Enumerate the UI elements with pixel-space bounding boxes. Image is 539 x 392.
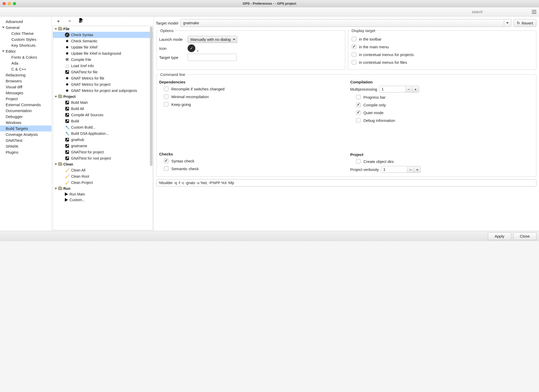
sidebar-item[interactable]: Browsers	[0, 78, 51, 84]
dependency-option-checkbox[interactable]	[164, 102, 168, 107]
sidebar-item[interactable]: C & C++	[0, 66, 51, 72]
close-button[interactable]: Close	[513, 232, 536, 240]
tree-item[interactable]: ⬚Load Xref Info	[53, 63, 153, 69]
tree-item[interactable]: Custom...	[53, 197, 153, 203]
tree-item[interactable]: Build All	[53, 106, 153, 112]
cmdline-fieldset: Command line Dependencies Recompile if s…	[156, 72, 536, 177]
search-input[interactable]	[471, 10, 528, 14]
spin-up-button[interactable]: +	[414, 166, 420, 173]
check-option-label: Semantic check	[171, 167, 199, 171]
add-target-icon[interactable]: ＋	[56, 18, 61, 25]
project-verbosity-value[interactable]	[381, 166, 407, 173]
tree-item[interactable]: ✓Check Syntax	[53, 32, 153, 38]
tree-item[interactable]: 🔧Build DSA Application...	[53, 130, 153, 137]
display-option-checkbox[interactable]	[352, 44, 356, 49]
sidebar-item[interactable]: Ada	[0, 60, 51, 66]
target-model-row: Target model gnatmake ↻ Revert	[154, 17, 539, 28]
tree-item[interactable]: 🔧Custom Build...	[53, 124, 153, 130]
zoom-window-icon[interactable]	[13, 2, 16, 5]
sidebar-item[interactable]: Refactoring	[0, 72, 51, 78]
tree-item[interactable]: GNATtest for file	[53, 69, 153, 75]
tree-item[interactable]: 🧹Clean Root	[53, 173, 153, 179]
compilation-option-checkbox[interactable]	[356, 110, 361, 115]
compilation-option-checkbox[interactable]	[356, 103, 361, 107]
multiprocessing-spin[interactable]: − +	[379, 86, 419, 92]
tree-group[interactable]: Clean	[53, 161, 153, 167]
apply-button[interactable]: Apply	[488, 232, 511, 240]
dependency-option-checkbox[interactable]	[164, 94, 168, 99]
tree-group[interactable]: File	[53, 26, 153, 32]
tree-item[interactable]: Build Main	[53, 99, 153, 106]
tree-item[interactable]: GNATtest for root project	[53, 155, 153, 161]
project-verbosity-spin[interactable]: − +	[381, 166, 421, 173]
sidebar-item[interactable]: External Commands	[0, 102, 51, 108]
sidebar-item[interactable]: SPARK	[0, 143, 51, 149]
display-option-checkbox[interactable]	[352, 60, 356, 65]
tree-group[interactable]: Run	[53, 186, 153, 191]
tree-item[interactable]: ✸Update file XRef	[53, 44, 153, 50]
category-sidebar[interactable]: AdvancedGeneralColor ThemeCustom StylesK…	[0, 17, 52, 231]
tree-group[interactable]: Project	[53, 94, 153, 99]
sidebar-item[interactable]: Project	[0, 96, 51, 102]
create-object-dirs-checkbox[interactable]	[356, 159, 361, 164]
tree-item[interactable]: ✸Update file XRef in background	[53, 50, 153, 57]
targets-tree[interactable]: File✓Check Syntax✸Check Semantic✸Update …	[53, 26, 153, 230]
tree-item[interactable]: gnatname	[53, 143, 153, 149]
tree-item[interactable]: ✸Check Semantic	[53, 38, 153, 44]
sidebar-group[interactable]: Editor	[0, 48, 51, 54]
chevron-down-icon	[55, 188, 57, 190]
new-file-target-icon[interactable]	[79, 18, 83, 24]
sidebar-item[interactable]: Custom Styles	[0, 36, 51, 42]
tree-item[interactable]: ✸GNAT Metrics for project	[53, 81, 153, 88]
tree-item[interactable]: gnathub	[53, 137, 153, 143]
tree-item[interactable]: Compile All Sources	[53, 112, 153, 118]
spin-down-button[interactable]: −	[407, 166, 414, 173]
sidebar-item[interactable]: Key Shortcuts	[0, 42, 51, 48]
sidebar-item[interactable]: Windows	[0, 120, 51, 126]
check-option-checkbox[interactable]	[164, 166, 168, 171]
tree-item[interactable]: 🧹Clean Project	[53, 179, 153, 186]
config-panel: Target model gnatmake ↻ Revert Options L…	[154, 17, 539, 231]
scrollbar-thumb[interactable]	[150, 27, 152, 166]
sidebar-item[interactable]: Documentation	[0, 108, 51, 114]
commandline-input[interactable]: %builder -q -f -c -gnats -u %eL -P%PP %X…	[156, 179, 536, 186]
tree-item[interactable]: ✸GNAT Metrics for project and subproject…	[53, 88, 153, 94]
hamburger-menu-icon[interactable]	[532, 10, 536, 14]
chevron-down-icon: ▾	[197, 50, 198, 52]
sidebar-item[interactable]: Debugger	[0, 114, 51, 120]
launch-mode-select[interactable]: Manually with no dialog	[188, 36, 237, 43]
sidebar-item[interactable]: Coverage Analysis	[0, 131, 51, 137]
sidebar-item[interactable]: Color Theme	[0, 30, 51, 36]
tree-item[interactable]: Run Main	[53, 191, 153, 197]
dependency-option-checkbox[interactable]	[164, 87, 168, 91]
sidebar-item[interactable]: Plugins	[0, 149, 51, 155]
tree-item[interactable]: 🛠Compile File	[53, 57, 153, 63]
spin-up-button[interactable]: +	[412, 86, 419, 92]
tree-item[interactable]: 🧹Clean All	[53, 167, 153, 173]
check-option-checkbox[interactable]	[164, 159, 168, 163]
tree-item[interactable]: ✸GNAT Metrics for file	[53, 75, 153, 81]
sidebar-group[interactable]: General	[0, 25, 51, 30]
sidebar-item[interactable]: Fonts & Colors	[0, 54, 51, 60]
icon-chooser[interactable]: ✓ ▾	[188, 44, 195, 52]
multiprocessing-value[interactable]	[380, 86, 405, 92]
close-window-icon[interactable]	[3, 2, 6, 5]
sidebar-item[interactable]: GNATtest	[0, 137, 51, 143]
target-model-select[interactable]: gnatmake	[180, 19, 511, 27]
spin-down-button[interactable]: −	[405, 86, 412, 92]
tree-item[interactable]: Build	[53, 118, 153, 124]
target-type-input[interactable]	[188, 54, 237, 61]
display-option-checkbox[interactable]	[352, 52, 356, 57]
revert-button[interactable]: ↻ Revert	[513, 19, 536, 27]
sidebar-item[interactable]: Messages	[0, 90, 51, 96]
remove-target-icon[interactable]: −	[68, 18, 71, 24]
sidebar-item[interactable]: Advanced	[0, 19, 51, 25]
compilation-option-checkbox[interactable]	[356, 95, 361, 99]
sidebar-item[interactable]: Build Targets	[0, 126, 51, 131]
compilation-option-checkbox[interactable]	[356, 118, 361, 123]
tree-item[interactable]: GNATtest for project	[53, 149, 153, 155]
folder-icon	[58, 187, 62, 190]
sidebar-item[interactable]: Visual diff	[0, 84, 51, 90]
display-option-checkbox[interactable]	[352, 37, 356, 41]
minimize-window-icon[interactable]	[8, 2, 11, 5]
